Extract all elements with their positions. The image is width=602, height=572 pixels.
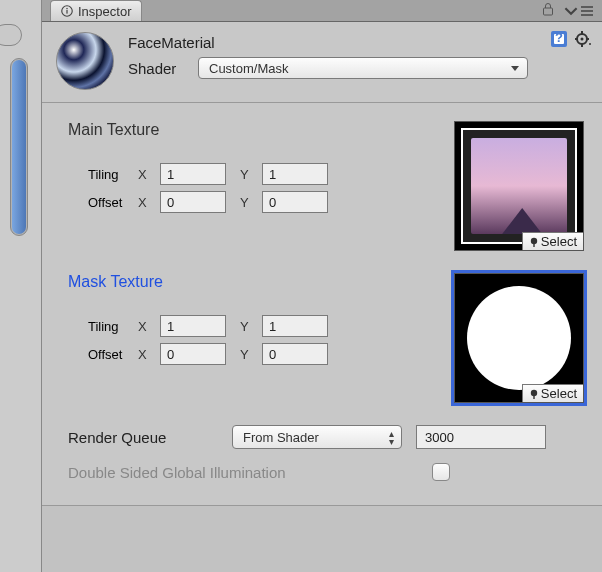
main-texture-slot[interactable]: Select — [454, 121, 584, 251]
burger-icon — [580, 4, 594, 18]
mask-texture-select-button[interactable]: Select — [522, 384, 583, 402]
x-label: X — [138, 167, 160, 182]
svg-rect-15 — [533, 244, 534, 247]
svg-text:?: ? — [555, 30, 563, 45]
main-offset-y-input[interactable]: 0 — [262, 191, 328, 213]
double-sided-gi-checkbox[interactable] — [432, 463, 450, 481]
updown-icon: ▴▾ — [389, 430, 394, 446]
svg-point-14 — [531, 237, 537, 243]
svg-rect-2 — [66, 10, 67, 14]
mask-offset-y-input[interactable]: 0 — [262, 343, 328, 365]
x-label: X — [138, 347, 160, 362]
mask-texture-preview-icon — [461, 280, 577, 396]
drop-target[interactable] — [0, 24, 22, 46]
y-label: Y — [240, 167, 262, 182]
tiling-label: Tiling — [68, 167, 138, 182]
caret-down-icon — [564, 4, 578, 18]
material-header: FaceMaterial Shader Custom/Mask ? — [42, 22, 602, 103]
left-gutter — [0, 0, 42, 572]
mask-tiling-y-input[interactable]: 1 — [262, 315, 328, 337]
double-sided-gi-label: Double Sided Global Illumination — [68, 464, 418, 481]
y-label: Y — [240, 195, 262, 210]
lock-icon — [542, 2, 554, 16]
x-label: X — [138, 319, 160, 334]
shader-dropdown-value: Custom/Mask — [209, 61, 288, 76]
gear-icon[interactable] — [574, 30, 592, 48]
main-offset-x-input[interactable]: 0 — [160, 191, 226, 213]
caret-down-icon — [511, 66, 519, 71]
material-preview-icon[interactable] — [56, 32, 114, 90]
y-label: Y — [240, 347, 262, 362]
svg-rect-3 — [544, 8, 553, 15]
tab-inspector[interactable]: Inspector — [50, 0, 142, 21]
main-tiling-y-input[interactable]: 1 — [262, 163, 328, 185]
scrollbar[interactable] — [10, 58, 28, 236]
render-queue-row: Render Queue From Shader ▴▾ 3000 — [68, 425, 584, 449]
material-body: Main Texture Tiling X 1 Y 1 Offset X 0 — [42, 103, 602, 506]
tab-label: Inspector — [78, 4, 131, 19]
offset-label: Offset — [68, 195, 138, 210]
tiling-label: Tiling — [68, 319, 138, 334]
material-title: FaceMaterial — [128, 34, 588, 51]
svg-rect-17 — [533, 396, 534, 399]
render-queue-dropdown[interactable]: From Shader ▴▾ — [232, 425, 402, 449]
scrollbar-thumb[interactable] — [12, 60, 26, 234]
svg-point-16 — [531, 389, 537, 395]
lock-button[interactable] — [538, 2, 558, 19]
main-texture-select-button[interactable]: Select — [522, 232, 583, 250]
x-label: X — [138, 195, 160, 210]
info-icon — [61, 5, 73, 17]
main-tiling-x-input[interactable]: 1 — [160, 163, 226, 185]
tab-bar: Inspector — [42, 0, 602, 22]
main-texture-title: Main Texture — [68, 121, 438, 139]
svg-point-13 — [589, 43, 591, 45]
render-queue-input[interactable]: 3000 — [416, 425, 546, 449]
shader-dropdown[interactable]: Custom/Mask — [198, 57, 528, 79]
picker-icon — [529, 237, 539, 247]
render-queue-label: Render Queue — [68, 429, 218, 446]
mask-texture-slot[interactable]: Select — [454, 273, 584, 403]
shader-label: Shader — [128, 60, 188, 77]
render-queue-dropdown-value: From Shader — [243, 430, 319, 445]
main-texture-section: Main Texture Tiling X 1 Y 1 Offset X 0 — [68, 121, 584, 251]
svg-point-8 — [581, 38, 584, 41]
mask-tiling-x-input[interactable]: 1 — [160, 315, 226, 337]
mask-texture-section: Mask Texture Tiling X 1 Y 1 Offset X 0 — [68, 273, 584, 403]
mask-offset-x-input[interactable]: 0 — [160, 343, 226, 365]
help-icon[interactable]: ? — [550, 30, 568, 48]
picker-icon — [529, 389, 539, 399]
offset-label: Offset — [68, 347, 138, 362]
svg-point-1 — [66, 8, 68, 10]
y-label: Y — [240, 319, 262, 334]
mask-texture-title[interactable]: Mask Texture — [68, 273, 438, 291]
double-sided-gi-row: Double Sided Global Illumination — [68, 463, 584, 481]
panel-menu-button[interactable] — [564, 4, 594, 18]
main-texture-preview-icon — [461, 128, 577, 244]
